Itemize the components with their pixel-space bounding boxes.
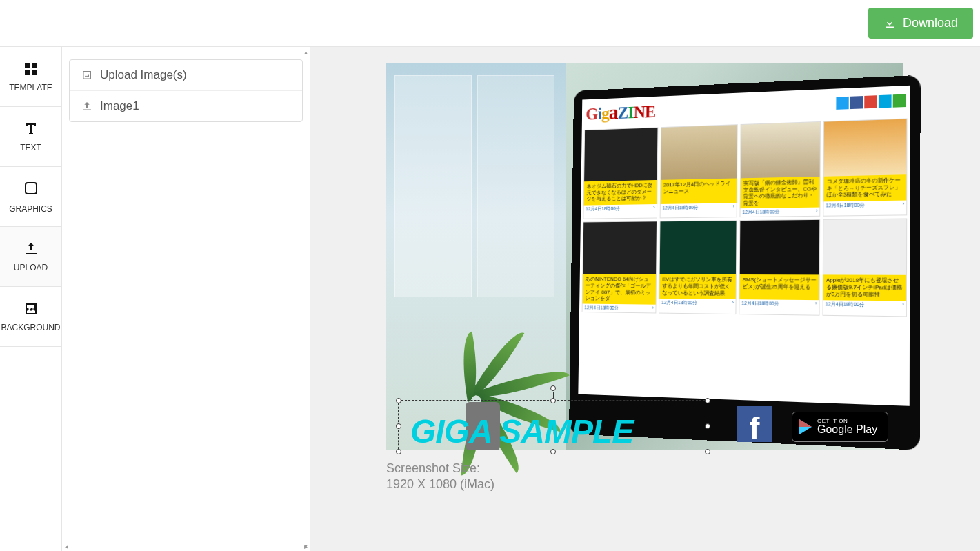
square-icon	[23, 180, 39, 197]
google-play-big: Google Play	[817, 424, 877, 435]
image1-row[interactable]: Image1	[70, 90, 302, 121]
image-add-icon	[81, 69, 93, 81]
main: TEMPLATE TEXT GRAPHICS UPLOAD BACKGROUND…	[0, 46, 980, 551]
image1-label: Image1	[100, 99, 139, 113]
sidebar-item-label: TEMPLATE	[9, 83, 52, 92]
play-icon	[799, 419, 812, 434]
resize-handle[interactable]	[396, 398, 401, 403]
resize-handle[interactable]	[705, 449, 710, 454]
resize-handle[interactable]	[396, 423, 401, 429]
mock-imac: GigaZINE ネオジム磁石の力でHDDに復元できなくなるほどのダメージを与え…	[569, 75, 921, 450]
resize-handle[interactable]	[550, 449, 556, 454]
panel-scrollbar-h[interactable]: ◂▸	[62, 541, 310, 551]
upload-images-row[interactable]: Upload Image(s)	[70, 60, 302, 90]
resize-handle[interactable]	[705, 423, 710, 429]
rotate-handle[interactable]	[550, 385, 556, 391]
panel-card: Upload Image(s) Image1	[69, 59, 303, 122]
sidebar-item-label: GRAPHICS	[9, 204, 52, 214]
sidebar-item-graphics[interactable]: GRAPHICS	[0, 167, 61, 227]
selection-box[interactable]	[398, 400, 708, 452]
download-icon	[883, 17, 896, 30]
facebook-icon: f	[750, 414, 760, 442]
resize-handle[interactable]	[705, 398, 710, 403]
text-icon	[23, 121, 39, 137]
upload-panel: Upload Image(s) Image1 ▴▾	[62, 47, 310, 551]
download-label: Download	[903, 16, 958, 30]
mock-social-icons	[836, 94, 906, 109]
mock-site-logo: GigaZINE	[586, 99, 655, 125]
resize-handle[interactable]	[550, 398, 556, 403]
resize-handle[interactable]	[396, 449, 401, 454]
sidebar-item-label: BACKGROUND	[1, 323, 60, 332]
canvas[interactable]: GigaZINE ネオジム磁石の力でHDDに復元できなくなるほどのダメージを与え…	[386, 63, 903, 450]
svg-rect-0	[25, 63, 30, 68]
upload-icon	[23, 241, 39, 257]
panel-scrollbar-v[interactable]: ▴▾	[301, 47, 310, 551]
upload-small-icon	[81, 100, 93, 112]
google-play-badge[interactable]: GET IT ON Google Play	[792, 412, 888, 442]
canvas-area: GigaZINE ネオジム磁石の力でHDDに復元できなくなるほどのダメージを与え…	[310, 47, 980, 551]
sidebar-item-upload[interactable]: UPLOAD	[0, 227, 61, 287]
canvas-caption: Screenshot Size: 1920 X 1080 (iMac)	[386, 461, 494, 493]
download-button[interactable]: Download	[868, 8, 973, 39]
sidebar-item-template[interactable]: TEMPLATE	[0, 47, 61, 107]
sidebar-item-label: TEXT	[20, 143, 41, 152]
mock-card-grid: ネオジム磁石の力でHDDに復元できなくなるほどのダメージを与えることは可能か？1…	[579, 115, 910, 319]
sidebar-item-text[interactable]: TEXT	[0, 107, 61, 167]
facebook-badge[interactable]: f	[737, 406, 772, 442]
caption-line: 1920 X 1080 (iMac)	[386, 477, 494, 492]
sidebar: TEMPLATE TEXT GRAPHICS UPLOAD BACKGROUND	[0, 47, 62, 551]
svg-rect-1	[32, 63, 37, 68]
grid-icon	[23, 61, 39, 77]
image-icon	[23, 301, 39, 317]
svg-rect-3	[32, 70, 37, 75]
upload-images-label: Upload Image(s)	[100, 68, 187, 82]
sidebar-item-background[interactable]: BACKGROUND	[0, 287, 61, 347]
topbar: Download	[0, 0, 980, 46]
caption-line: Screenshot Size:	[386, 461, 494, 477]
svg-rect-4	[26, 183, 37, 194]
sidebar-item-label: UPLOAD	[14, 263, 48, 272]
svg-rect-2	[25, 70, 30, 75]
